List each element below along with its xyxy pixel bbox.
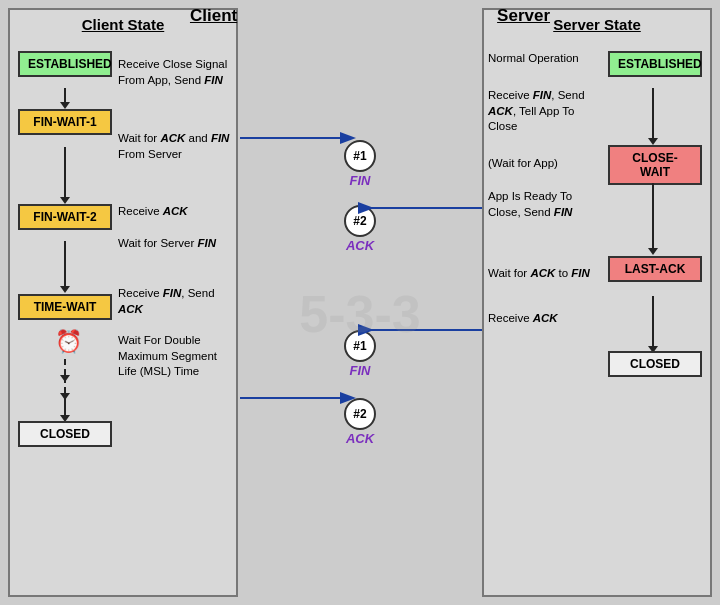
client-fin-wait-1: FIN-WAIT-1 — [18, 109, 112, 135]
state-fin-wait-2-box: FIN-WAIT-2 — [18, 204, 112, 230]
packet-circle-ack2: #2 — [344, 398, 376, 430]
srv-arrow-3 — [648, 296, 658, 353]
packet-ack-2: #2 ACK — [344, 398, 376, 446]
server-close-wait: CLOSE-WAIT — [608, 145, 702, 185]
server-desc-1: Receive FIN, Send ACK, Tell App To Close — [488, 88, 603, 135]
packet-label-fin1: FIN — [350, 173, 371, 188]
packet-circle-fin2: #1 — [344, 330, 376, 362]
server-last-ack: LAST-ACK — [608, 256, 702, 282]
client-desc-4: Wait for Server FIN — [118, 236, 233, 252]
client-desc-5: Receive FIN, Send ACK — [118, 286, 233, 317]
client-desc-3: Receive ACK — [118, 204, 233, 220]
client-closed: CLOSED — [18, 421, 112, 447]
server-desc-3: App Is Ready To Close, Send FIN — [488, 189, 603, 220]
server-desc-4: Wait for ACK to FIN — [488, 266, 603, 282]
state-srv-closed-box: CLOSED — [608, 351, 702, 377]
arrow-down-2 — [60, 147, 70, 204]
server-panel: Server State ESTABLISHED Normal Operatio… — [482, 8, 712, 597]
client-desc-1: Receive Close Signal From App, Send FIN — [118, 57, 233, 88]
state-srv-established-box: ESTABLISHED — [608, 51, 702, 77]
arrow-down-final — [60, 395, 70, 422]
packet-label-ack1: ACK — [346, 238, 374, 253]
server-title: Server — [497, 6, 590, 26]
state-close-wait-box: CLOSE-WAIT — [608, 145, 702, 185]
server-desc-0: Normal Operation — [488, 51, 603, 67]
server-established: ESTABLISHED — [608, 51, 702, 77]
state-time-wait-box: TIME-WAIT — [18, 294, 112, 320]
srv-arrow-2 — [648, 183, 658, 255]
center-panel: 5-3-3 #1 FIN #2 ACK #1 FIN #2 — [238, 30, 482, 597]
packet-fin-1: #1 FIN — [344, 140, 376, 188]
client-panel: Client State ESTABLISHED FIN-WAIT-1 Rece… — [8, 8, 238, 597]
packet-ack-1: #2 ACK — [344, 205, 376, 253]
packet-label-fin2: FIN — [350, 363, 371, 378]
packet-circle-ack1: #2 — [344, 205, 376, 237]
server-closed: CLOSED — [608, 351, 702, 377]
state-established-box: ESTABLISHED — [18, 51, 112, 77]
server-desc-5: Receive ACK — [488, 311, 603, 327]
arrow-down-3 — [60, 241, 70, 293]
packet-label-ack2: ACK — [346, 431, 374, 446]
diagram-container: Client Server Client State ESTABLISHED F… — [0, 0, 720, 605]
client-established: ESTABLISHED — [18, 51, 112, 77]
client-title: Client — [130, 6, 237, 26]
packet-circle-fin1: #1 — [344, 140, 376, 172]
client-desc-6: Wait For Double Maximum Segment Life (MS… — [118, 333, 233, 380]
state-closed-client-box: CLOSED — [18, 421, 112, 447]
client-desc-2: Wait for ACK and FIN From Server — [118, 131, 233, 162]
packet-fin-2: #1 FIN — [344, 330, 376, 378]
server-desc-2: (Wait for App) — [488, 156, 603, 172]
arrow-down-1 — [60, 88, 70, 109]
srv-arrow-1 — [648, 88, 658, 145]
state-fin-wait-1-box: FIN-WAIT-1 — [18, 109, 112, 135]
client-fin-wait-2: FIN-WAIT-2 — [18, 204, 112, 230]
clock-icon: ⏰ — [55, 329, 82, 355]
client-time-wait: TIME-WAIT — [18, 294, 112, 320]
state-last-ack-box: LAST-ACK — [608, 256, 702, 282]
